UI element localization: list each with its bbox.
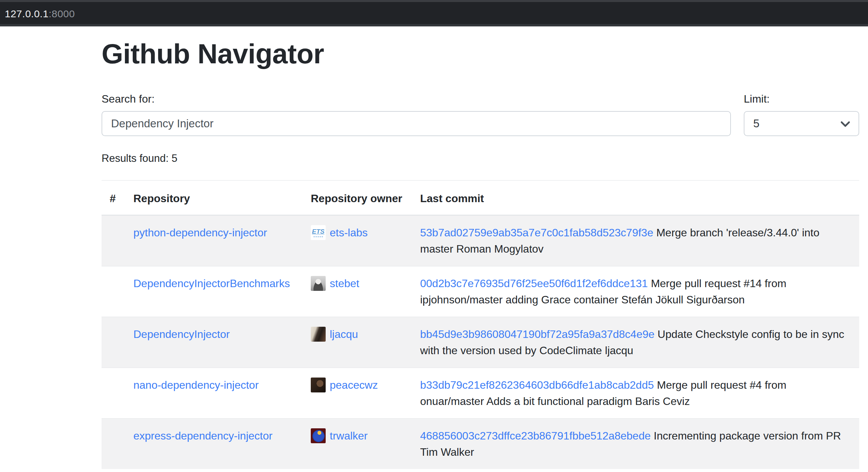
owner-cell: ETS ets-labs [303,215,412,266]
last-commit-cell: 53b7ad02759e9ab35a7e7c0c1fab58d523c79f3e… [412,215,859,266]
row-index [102,317,125,368]
chevron-down-icon [840,121,850,128]
repository-cell: python-dependency-injector [125,215,303,266]
owner-avatar [311,276,326,291]
url-port: :8000 [49,8,75,19]
last-commit-cell: 468856003c273dffce23b86791fbbe512a8ebede… [412,419,859,469]
owner-avatar: ETS [311,225,326,240]
owner-cell: ljacqu [303,317,412,368]
repository-link[interactable]: express-dependency-injector [133,430,273,442]
repository-link[interactable]: DependencyInjector [133,328,230,340]
search-column: Search for: [102,91,731,136]
repository-link[interactable]: DependencyInjectorBenchmarks [133,277,290,289]
github-navigator-page: Github Navigator Search for: Limit: 5 Re… [102,26,859,469]
column-header-owner: Repository owner [303,180,412,215]
repository-link[interactable]: nano-dependency-injector [133,379,259,391]
commit-hash-link[interactable]: 53b7ad02759e9ab35a7e7c0c1fab58d523c79f3e [420,227,653,239]
last-commit-cell: 00d2b3c7e76935d76f25ee50f6d1f2ef6ddce131… [412,266,859,317]
browser-url[interactable]: 127.0.0.1:8000 [5,8,75,20]
commit-hash-link[interactable]: bb45d9e3b98608047190bf72a95fa9a37d8c4e9e [420,328,654,340]
row-index [102,368,125,419]
column-header-repository: Repository [125,180,303,215]
owner-link[interactable]: stebet [330,275,359,292]
owner-avatar [311,428,326,443]
table-row: nano-dependency-injector peacecwz b33db7… [102,368,859,419]
owner-avatar [311,327,326,342]
owner-cell: peacecwz [303,368,412,419]
commit-hash-link[interactable]: b33db79c21ef8262364603db66dfe1ab8cab2dd5 [420,379,654,391]
last-commit-cell: b33db79c21ef8262364603db66dfe1ab8cab2dd5… [412,368,859,419]
owner-cell: trwalker [303,419,412,469]
search-input[interactable] [102,111,731,136]
url-host: 127.0.0.1 [5,8,49,19]
repository-link[interactable]: python-dependency-injector [133,227,267,239]
owner-avatar [311,378,326,392]
table-header-row: # Repository Repository owner Last commi… [102,180,859,215]
repository-cell: DependencyInjector [125,317,303,368]
table-row: express-dependency-injector trwalker 468… [102,419,859,469]
search-label: Search for: [102,91,731,107]
table-row: DependencyInjector ljacqu bb45d9e3b98608… [102,317,859,368]
row-index [102,266,125,317]
browser-url-bar[interactable]: 127.0.0.1:8000 [0,0,868,26]
owner-link[interactable]: ets-labs [330,224,368,241]
repository-cell: express-dependency-injector [125,419,303,469]
repository-cell: nano-dependency-injector [125,368,303,419]
table-row: python-dependency-injector ETS ets-labs … [102,215,859,266]
search-form: Search for: Limit: 5 [102,91,859,136]
owner-cell: stebet [303,266,412,317]
column-header-last-commit: Last commit [412,180,859,215]
limit-label: Limit: [744,91,859,107]
commit-hash-link[interactable]: 468856003c273dffce23b86791fbbe512a8ebede [420,430,651,442]
repositories-table: # Repository Repository owner Last commi… [102,180,859,469]
page-title: Github Navigator [102,38,859,70]
results-count: Results found: 5 [102,152,859,165]
commit-hash-link[interactable]: 00d2b3c7e76935d76f25ee50f6d1f2ef6ddce131 [420,277,648,289]
column-header-index: # [102,180,125,215]
limit-select[interactable]: 5 [744,111,859,136]
limit-selected-value: 5 [753,117,759,130]
row-index [102,419,125,469]
owner-link[interactable]: ljacqu [330,326,358,342]
owner-link[interactable]: peacecwz [330,377,378,393]
owner-link[interactable]: trwalker [330,428,368,444]
table-row: DependencyInjectorBenchmarks stebet 00d2… [102,266,859,317]
last-commit-cell: bb45d9e3b98608047190bf72a95fa9a37d8c4e9e… [412,317,859,368]
row-index [102,215,125,266]
repository-cell: DependencyInjectorBenchmarks [125,266,303,317]
limit-column: Limit: 5 [744,91,859,136]
